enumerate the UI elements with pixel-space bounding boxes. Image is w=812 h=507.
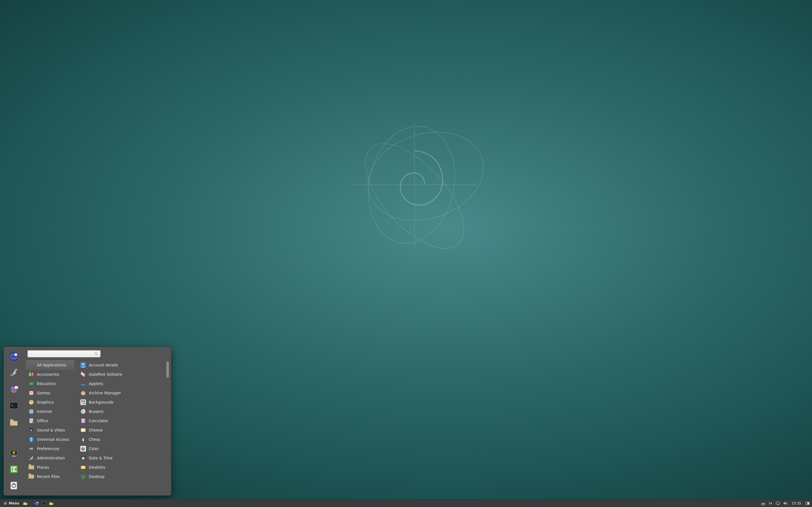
display-icon[interactable] [775,501,781,506]
favorite-messaging[interactable] [7,383,20,395]
logout-button[interactable] [7,463,20,475]
svg-rect-22 [13,455,15,456]
categories-column: All Applications Accessories Education G… [25,360,75,492]
category-label: Internet [37,409,52,414]
lock-screen-button[interactable] [7,447,20,459]
shutdown-button[interactable] [7,480,20,492]
calculator-icon [80,418,86,424]
app-label: Cheese [89,428,103,432]
category-label: Sound & Video [37,428,65,432]
app-label: Backgrounds [89,400,114,404]
svg-text:♥: ♥ [84,374,85,376]
category-office[interactable]: Office [26,416,74,425]
svg-point-120 [37,502,38,503]
app-account-details[interactable]: Account details [78,360,167,370]
app-chess[interactable]: Chess [78,435,167,444]
app-label: AisleRiot Solitaire [89,372,122,377]
file-manager-launcher[interactable] [49,501,54,506]
svg-point-42 [31,392,32,393]
app-cheese[interactable]: Cheese [78,425,167,435]
tray-applet-icon[interactable] [760,501,766,506]
web-browser-launcher[interactable] [34,501,40,506]
svg-rect-30 [13,483,14,485]
svg-point-14 [11,386,14,390]
svg-rect-66 [32,448,33,449]
files-launcher[interactable] [22,501,28,506]
svg-line-115 [6,504,7,505]
svg-point-39 [32,392,33,392]
applets-icon [80,381,86,386]
app-label: Brasero [89,409,103,414]
category-label: Preferences [37,446,59,451]
folder-icon [49,501,54,506]
app-aisleriot-solitaire[interactable]: ♥ AisleRiot Solitaire [78,370,167,379]
svg-rect-128 [808,502,809,505]
svg-text:>_: >_ [43,502,45,504]
globe-icon [35,501,39,506]
volume-icon[interactable] [782,501,788,506]
svg-rect-125 [776,502,779,504]
archive-manager-icon [80,390,86,396]
svg-point-2 [348,127,481,258]
terminal-launcher[interactable]: >_ [41,501,47,506]
app-desklets[interactable]: Desklets [78,462,167,472]
category-internet[interactable]: Internet [26,407,74,416]
desklets-icon [80,464,86,470]
favorite-terminal[interactable]: >_ [7,400,20,411]
favorite-files[interactable] [7,416,20,428]
category-universal-access[interactable]: Universal Access [26,435,74,444]
graphics-icon [29,399,34,405]
category-administration[interactable]: Administration [26,453,74,462]
category-recent-files[interactable]: Recent Files [26,472,74,481]
folder-icon [23,501,28,506]
category-places[interactable]: Places [26,462,74,472]
favorite-web-browser[interactable] [7,351,20,362]
favorite-system-settings[interactable] [7,367,20,379]
svg-rect-25 [13,452,14,453]
taskbar-clock[interactable]: 15:35 [790,501,803,505]
search-icon [94,352,98,356]
accessories-icon [29,372,34,377]
solitaire-icon: ♥ [80,372,86,377]
svg-rect-123 [762,504,765,505]
favorites-column: >_ [4,347,24,496]
app-backgrounds[interactable]: Backgrounds [78,397,167,407]
games-icon [29,390,34,396]
app-applets[interactable]: Applets [78,379,167,388]
svg-rect-107 [83,478,84,478]
app-brasero[interactable]: Brasero [78,407,167,416]
category-accessories[interactable]: Accessories [26,370,74,379]
workspace-icon [805,501,810,506]
workspace-switcher[interactable] [805,501,810,506]
category-games[interactable]: Games [26,388,74,397]
app-desktop[interactable]: Desktop [78,472,167,481]
app-label: Archive Manager [89,391,121,395]
app-label: Calculator [89,418,108,423]
svg-rect-80 [85,385,85,385]
app-calculator[interactable]: Calculator [78,416,167,425]
tools-icon [9,368,18,378]
app-color[interactable]: Color [78,444,167,453]
app-date-time[interactable]: Date & Time [78,453,167,462]
universal-access-icon [29,437,34,442]
category-education[interactable]: Education [26,379,74,388]
app-archive-manager[interactable]: Archive Manager [78,388,167,397]
volume-icon [783,501,788,506]
network-icon[interactable] [768,501,773,506]
menu-button[interactable]: Menu [2,501,21,506]
terminal-icon: >_ [42,501,46,506]
pidgin-icon [9,385,18,394]
svg-rect-89 [82,419,85,420]
app-label: Desktop [89,474,105,479]
svg-rect-64 [30,449,31,450]
category-sound-video[interactable]: Sound & Video [26,425,74,435]
category-preferences[interactable]: Preferences [26,444,74,453]
menu-search-input[interactable] [28,350,101,357]
svg-point-38 [30,392,31,392]
category-all-applications[interactable]: All Applications [26,360,74,370]
applications-scrollbar[interactable] [166,361,169,378]
category-graphics[interactable]: Graphics [26,397,74,407]
svg-rect-82 [81,400,83,402]
svg-rect-124 [762,503,765,504]
svg-point-46 [32,401,33,402]
